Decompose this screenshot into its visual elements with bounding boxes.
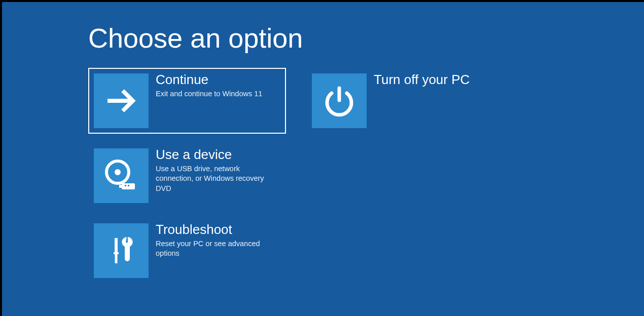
options-column-right: Turn off your PC	[306, 68, 504, 284]
recovery-options-screen: Choose an option Continue Exit and conti…	[2, 2, 644, 316]
option-text: Use a device Use a USB drive, network co…	[149, 148, 279, 193]
disc-usb-icon	[94, 148, 149, 203]
arrow-right-icon	[94, 73, 149, 128]
options-column-left: Continue Exit and continue to Windows 11	[88, 68, 286, 284]
option-text: Turn off your PC	[367, 73, 470, 89]
tools-icon	[94, 223, 149, 278]
option-use-device[interactable]: Use a device Use a USB drive, network co…	[88, 143, 286, 209]
svg-rect-6	[128, 185, 129, 186]
option-desc: Exit and continue to Windows 11	[156, 89, 262, 99]
svg-rect-8	[114, 252, 119, 254]
option-title: Continue	[156, 72, 262, 87]
power-icon	[312, 73, 367, 128]
options-grid: Continue Exit and continue to Windows 11	[88, 68, 644, 284]
svg-point-2	[115, 169, 121, 175]
option-text: Troubleshoot Reset your PC or see advanc…	[149, 223, 279, 259]
option-title: Turn off your PC	[374, 72, 470, 87]
svg-rect-5	[125, 185, 126, 186]
option-continue[interactable]: Continue Exit and continue to Windows 11	[88, 68, 286, 134]
page-title: Choose an option	[88, 22, 644, 54]
svg-rect-4	[119, 185, 122, 188]
svg-rect-9	[115, 254, 118, 263]
option-desc: Reset your PC or see advanced options	[156, 239, 279, 259]
option-turn-off[interactable]: Turn off your PC	[306, 68, 504, 134]
svg-rect-7	[115, 238, 118, 252]
option-text: Continue Exit and continue to Windows 11	[149, 73, 262, 99]
option-title: Troubleshoot	[156, 222, 279, 237]
option-title: Use a device	[156, 147, 279, 162]
option-troubleshoot[interactable]: Troubleshoot Reset your PC or see advanc…	[88, 218, 286, 284]
option-desc: Use a USB drive, network connection, or …	[156, 164, 279, 194]
